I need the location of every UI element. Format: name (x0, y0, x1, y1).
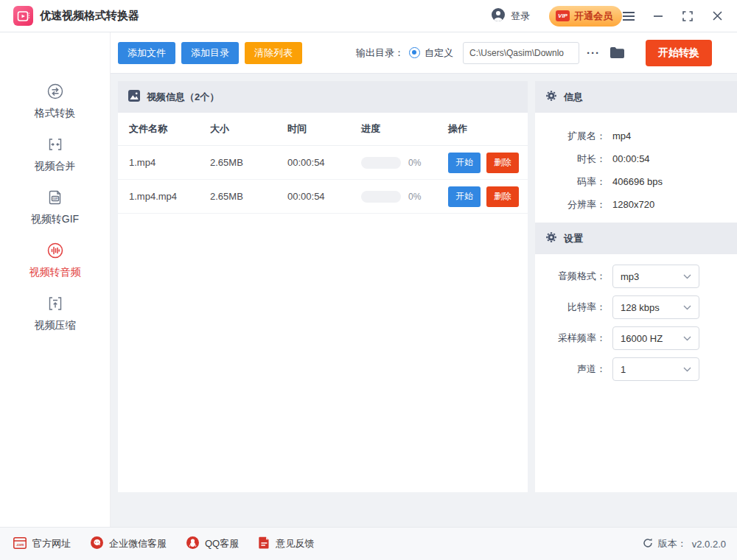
custom-radio[interactable] (409, 47, 420, 58)
svg-text:GIF: GIF (52, 197, 57, 200)
wechat-service-link[interactable]: 企业微信客服 (91, 536, 167, 551)
titlebar: 优速视频格式转换器 登录 VIP 开通会员 (0, 0, 737, 32)
official-website-link[interactable]: .com 官方网址 (13, 537, 71, 551)
website-icon: .com (13, 537, 27, 551)
field-label: 码率： (535, 175, 606, 189)
field-label: 扩展名： (535, 130, 606, 143)
feedback-icon (259, 536, 270, 551)
sidebar-item-label: 格式转换 (35, 107, 76, 120)
video-info-header: 视频信息（2个） (118, 81, 528, 113)
version-label: 版本： (658, 537, 687, 550)
select-value: 16000 HZ (621, 333, 663, 344)
field-label: 时长： (535, 153, 606, 166)
sidebar: 格式转换 视频合并 GIF 视频转GIF (0, 32, 111, 527)
open-folder-icon[interactable] (609, 46, 625, 59)
wechat-service-icon (91, 536, 103, 551)
audio-format-select[interactable]: mp3 (612, 265, 699, 288)
setting-row-sample-rate: 采样频率： 16000 HZ (535, 326, 737, 350)
footer-link-label: 企业微信客服 (109, 537, 167, 550)
titlebar-right: 登录 VIP 开通会员 (491, 6, 724, 27)
video-info-title: 视频信息（2个） (147, 91, 219, 104)
sidebar-item-label: 视频压缩 (35, 319, 76, 332)
close-icon[interactable] (710, 10, 724, 23)
sidebar-item-format-convert[interactable]: 格式转换 (35, 83, 76, 120)
vip-icon: VIP (556, 10, 570, 21)
add-directory-button[interactable]: 添加目录 (181, 42, 239, 64)
toolbar: 添加文件 添加目录 清除列表 输出目录： 自定义 ··· 开始转换 (111, 32, 737, 74)
field-label: 声道： (535, 363, 606, 376)
progress-cell: 0% (361, 191, 448, 203)
setting-row-audio-format: 音频格式： mp3 (535, 265, 737, 288)
minimize-icon[interactable] (652, 10, 665, 23)
output-path-input[interactable] (463, 42, 579, 64)
login-label: 登录 (511, 10, 530, 23)
info-fields: 扩展名： mp4 时长： 00:00:54 码率： 406696 bps 分辨率… (535, 113, 737, 223)
info-section-title: 信息 (564, 91, 583, 104)
app-window: 优速视频格式转换器 登录 VIP 开通会员 (0, 0, 737, 560)
bitrate-select[interactable]: 128 kbps (612, 295, 699, 319)
field-value: 1280x720 (612, 199, 654, 210)
start-button[interactable]: 开始 (448, 186, 481, 207)
image-icon (128, 90, 140, 105)
version-value: v2.0.2.0 (692, 539, 726, 550)
file-size: 2.65MB (210, 191, 287, 202)
gear-icon (545, 90, 557, 105)
channel-select[interactable]: 1 (612, 357, 699, 381)
settings-section-header: 设置 (535, 223, 737, 254)
column-progress: 进度 (361, 122, 448, 136)
table-header: 文件名称 大小 时间 进度 操作 (118, 113, 528, 146)
right-panel: 信息 扩展名： mp4 时长： 00:00:54 码率： 406696 bps … (535, 81, 737, 492)
video-to-audio-icon (46, 242, 64, 262)
table-row: 1.mp4.mp4 2.65MB 00:00:54 0% 开始 删除 (118, 180, 528, 214)
feedback-link[interactable]: 意见反馈 (259, 536, 314, 551)
sample-rate-select[interactable]: 16000 HZ (612, 326, 699, 350)
qq-service-link[interactable]: QQ客服 (186, 536, 239, 551)
login-button[interactable]: 登录 (491, 7, 530, 24)
clear-list-button[interactable]: 清除列表 (245, 42, 302, 64)
progress-cell: 0% (361, 157, 448, 169)
menu-icon[interactable] (622, 10, 635, 23)
video-compress-icon (46, 295, 64, 315)
table-row: 1.mp4 2.65MB 00:00:54 0% 开始 删除 (118, 146, 528, 180)
qq-service-icon (186, 536, 199, 551)
chevron-down-icon (683, 274, 691, 279)
start-button[interactable]: 开始 (448, 153, 481, 173)
sidebar-item-video-to-audio[interactable]: 视频转音频 (29, 242, 81, 279)
content-area: 视频信息（2个） 文件名称 大小 时间 进度 操作 1.mp4 2.65MB 0… (111, 74, 737, 527)
sidebar-item-label: 视频转GIF (31, 213, 79, 226)
file-size: 2.65MB (210, 157, 287, 168)
info-row-duration: 时长： 00:00:54 (535, 147, 737, 170)
add-file-button[interactable]: 添加文件 (118, 42, 175, 64)
start-convert-button[interactable]: 开始转换 (646, 40, 712, 66)
version-info: 版本：v2.0.2.0 (643, 537, 726, 550)
sidebar-item-label: 视频合并 (35, 160, 76, 173)
delete-button[interactable]: 删除 (486, 186, 519, 207)
info-section-header: 信息 (535, 81, 737, 113)
field-label: 分辨率： (535, 198, 606, 211)
setting-row-bitrate: 比特率： 128 kbps (535, 295, 737, 319)
chevron-down-icon (683, 336, 691, 341)
file-name: 1.mp4 (129, 157, 210, 168)
settings-section-title: 设置 (564, 232, 583, 245)
progress-percent: 0% (408, 158, 421, 168)
app-logo-icon (13, 6, 33, 26)
info-row-resolution: 分辨率： 1280x720 (535, 193, 737, 216)
browse-more-button[interactable]: ··· (587, 46, 600, 59)
chevron-down-icon (683, 367, 691, 372)
column-time: 时间 (287, 122, 361, 136)
maximize-icon[interactable] (681, 10, 694, 23)
column-file-name: 文件名称 (129, 122, 210, 136)
sidebar-item-video-to-gif[interactable]: GIF 视频转GIF (31, 189, 79, 226)
sidebar-item-video-merge[interactable]: 视频合并 (35, 136, 76, 173)
column-size: 大小 (210, 122, 287, 136)
output-directory-label: 输出目录： (356, 46, 404, 60)
open-vip-button[interactable]: VIP 开通会员 (549, 6, 622, 27)
custom-radio-label: 自定义 (425, 46, 453, 60)
refresh-icon[interactable] (643, 538, 653, 550)
gear-icon (545, 231, 557, 246)
field-value: 406696 bps (612, 176, 663, 187)
sidebar-item-video-compress[interactable]: 视频压缩 (35, 295, 76, 332)
delete-button[interactable]: 删除 (486, 153, 519, 173)
user-icon (491, 7, 506, 24)
progress-bar (361, 157, 401, 169)
